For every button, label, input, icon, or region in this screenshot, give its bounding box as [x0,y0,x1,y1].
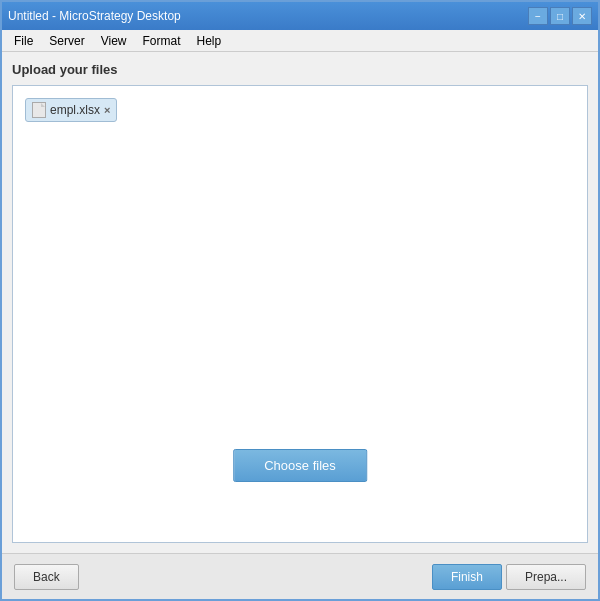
title-bar-controls: − □ ✕ [528,7,592,25]
prepare-button[interactable]: Prepa... [506,564,586,590]
title-bar: Untitled - MicroStrategy Desktop − □ ✕ [2,2,598,30]
menu-file[interactable]: File [6,32,41,50]
menu-help[interactable]: Help [189,32,230,50]
remove-file-button[interactable]: × [104,105,110,116]
file-chip: empl.xlsx × [25,98,117,122]
main-window: Untitled - MicroStrategy Desktop − □ ✕ F… [0,0,600,601]
menu-bar: File Server View Format Help [2,30,598,52]
menu-server[interactable]: Server [41,32,92,50]
menu-view[interactable]: View [93,32,135,50]
finish-button[interactable]: Finish [432,564,502,590]
bottom-right-buttons: Finish Prepa... [432,564,586,590]
minimize-button[interactable]: − [528,7,548,25]
window-title: Untitled - MicroStrategy Desktop [8,9,181,23]
menu-format[interactable]: Format [134,32,188,50]
bottom-bar: Back Finish Prepa... [2,553,598,599]
maximize-button[interactable]: □ [550,7,570,25]
back-button[interactable]: Back [14,564,79,590]
file-icon [32,102,46,118]
choose-files-button[interactable]: Choose files [233,449,367,482]
section-title: Upload your files [12,62,588,77]
content-area: Upload your files empl.xlsx × Choose fil… [2,52,598,553]
upload-box: empl.xlsx × Choose files [12,85,588,543]
file-name: empl.xlsx [50,103,100,117]
close-button[interactable]: ✕ [572,7,592,25]
